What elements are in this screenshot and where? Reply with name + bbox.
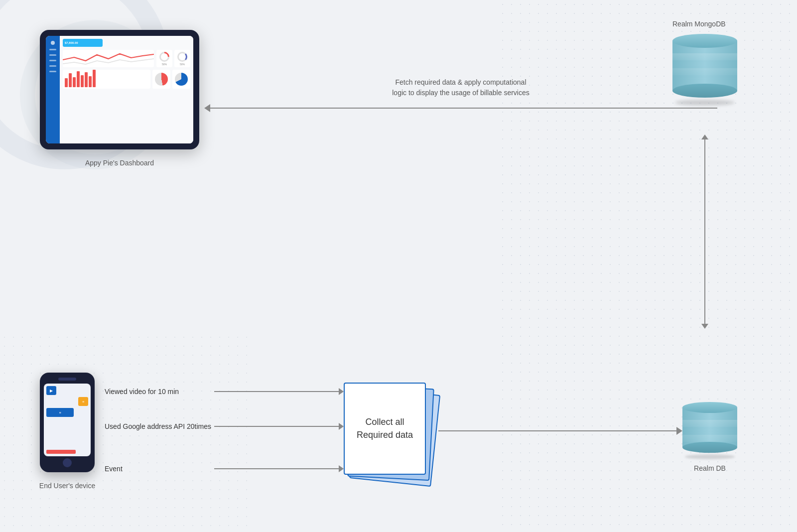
phone-icon-text: ≡ (78, 397, 88, 406)
sidebar-icon-3 (49, 60, 56, 61)
phone-label: End User's device (39, 482, 95, 490)
fetch-arrow-text: Fetch required data & apply computationa… (392, 77, 530, 98)
phone-item-2: ≡ (46, 397, 88, 406)
bar-4 (77, 71, 80, 87)
tablet-screen: $7,800.00 50% (46, 36, 193, 143)
fetch-arrow-wrapper: Fetch required data & apply computationa… (204, 77, 717, 112)
db-shadow (675, 100, 735, 106)
line-chart-svg (63, 50, 154, 67)
tablet-value: $7,800.00 (65, 41, 78, 44)
db-stripe-2 (672, 68, 737, 75)
bar-8 (93, 70, 96, 87)
bar-6 (85, 72, 88, 87)
gauge-1: 50% (156, 50, 172, 67)
event-text-3: Event (105, 465, 214, 473)
collect-data-text: Collect all Required data (352, 411, 418, 446)
event-text-2: Used Google address API 20times (105, 422, 214, 430)
phone-screen: ▶ ≡ ≡ (44, 384, 91, 456)
event-arrow-head-1 (339, 388, 344, 395)
gauge-2: 50% (174, 50, 190, 67)
mini-bar-section (63, 70, 190, 89)
paper-front: Collect all Required data (344, 383, 426, 475)
vertical-arrow (701, 134, 708, 329)
dashboard-label: Appy Pie's Dashboard (85, 159, 154, 167)
mini-bar-chart (63, 70, 150, 89)
bar-5 (81, 75, 84, 87)
phone-red-bar (46, 450, 76, 454)
paper-db-arrow-head (676, 427, 682, 435)
event-text-1: Viewed video for 10 min (105, 388, 214, 396)
phone-icon-video: ▶ (46, 386, 56, 395)
phone-device: ▶ ≡ ≡ (40, 373, 95, 472)
realmdb-wrapper: Realm DB (682, 402, 737, 472)
event-row-2: Used Google address API 20times (105, 422, 344, 430)
gauge-circle-2 (177, 52, 187, 62)
bar-1 (65, 78, 68, 87)
event-arrow-line-3 (214, 468, 339, 469)
realmdb-cylinder (682, 402, 737, 459)
db-top-cap (672, 34, 737, 48)
sidebar-dot-1 (51, 41, 55, 45)
realmdb-stripe-1 (682, 420, 737, 427)
event-arrow-line-2 (214, 426, 339, 427)
sidebar-icon-2 (49, 54, 56, 56)
collect-text-line2: Required data (357, 430, 413, 440)
event-arrow-head-3 (339, 465, 344, 472)
event-row-3: Event (105, 465, 344, 473)
realmdb-body (682, 407, 737, 447)
phone-notch (58, 378, 76, 381)
fetch-text-line2: logic to display the usage of billable s… (392, 89, 530, 97)
bar-3 (73, 77, 76, 87)
sidebar-icon-1 (49, 49, 56, 50)
tablet-sidebar (46, 36, 60, 143)
pie-circle-2 (175, 73, 188, 86)
arrow-head-up (701, 134, 708, 139)
arrow-head-down (701, 324, 708, 329)
arrow-line-v (704, 139, 705, 324)
paper-to-db-arrow (438, 427, 682, 435)
mini-pies (152, 70, 190, 89)
paper-stack-wrapper: Collect all Required data (344, 383, 433, 482)
db-body (672, 41, 737, 91)
event-arrows-wrapper: Viewed video for 10 min Used Google addr… (105, 383, 344, 492)
bar-2 (69, 73, 72, 87)
phone-home-button (63, 458, 72, 467)
event-row-1: Viewed video for 10 min (105, 388, 344, 396)
arrow-head-left (204, 104, 210, 112)
pie-1 (152, 70, 170, 89)
event-arrow-line-1 (214, 391, 339, 392)
gauge-circle-1 (157, 49, 171, 63)
phone-item-1: ▶ (46, 386, 88, 395)
db-bottom-cap (672, 84, 737, 98)
pie-2 (172, 70, 190, 89)
mini-gauges: 50% 50% (156, 50, 190, 67)
event-arrow-head-2 (339, 423, 344, 430)
tablet-header-bar: $7,800.00 (63, 39, 103, 47)
sidebar-icon-5 (49, 71, 56, 72)
paper-stack: Collect all Required data (344, 383, 433, 482)
realmdb-label: Realm DB (682, 464, 737, 472)
realmdb-shadow (685, 454, 735, 459)
tablet-row1: 50% 50% (63, 50, 190, 67)
tablet-wrapper: $7,800.00 50% (40, 30, 199, 149)
bar-7 (89, 76, 92, 87)
paper-db-arrow-line (438, 430, 676, 431)
tablet-content: $7,800.00 50% (60, 36, 193, 143)
mini-line-chart (63, 50, 154, 67)
phone-item-3: ≡ (46, 408, 88, 417)
db-stripe-1 (672, 53, 737, 60)
fetch-arrow-line (204, 104, 717, 112)
sidebar-icon-4 (49, 65, 56, 67)
arrow-line-h (210, 108, 717, 109)
realmdb-stripe-2 (682, 435, 737, 442)
pie-circle-1 (155, 73, 168, 86)
collect-text-line1: Collect all (365, 417, 404, 427)
mongodb-wrapper: Realm MongoDB (672, 20, 737, 106)
mongodb-label: Realm MongoDB (672, 20, 737, 28)
phone-wrapper: ▶ ≡ ≡ (40, 373, 95, 472)
tablet-device: $7,800.00 50% (40, 30, 199, 149)
mongodb-cylinder (672, 34, 737, 106)
realmdb-bottom-cap (682, 442, 737, 453)
realmdb-top-cap (682, 402, 737, 413)
fetch-text-line1: Fetch required data & apply computationa… (395, 78, 526, 86)
